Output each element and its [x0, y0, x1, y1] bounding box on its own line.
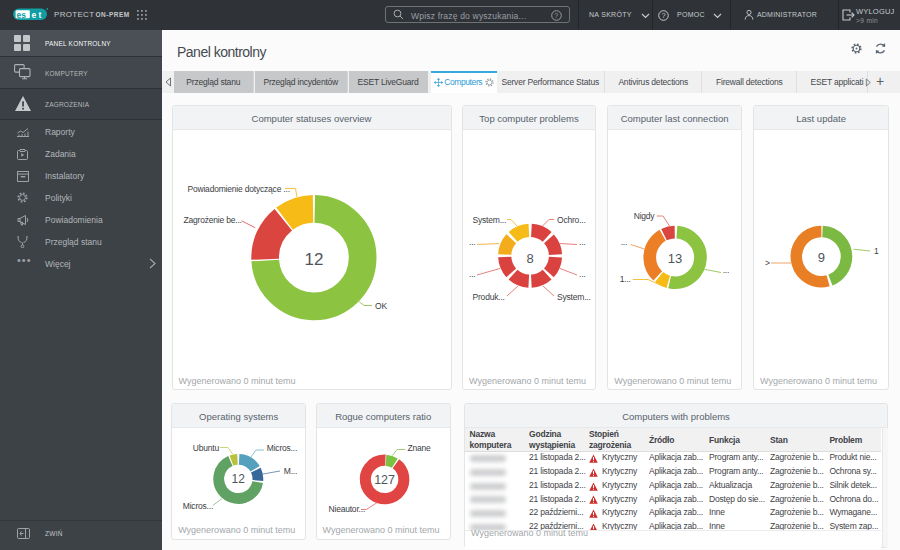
svg-text:...: ...: [723, 265, 730, 275]
svg-text:1: 1: [874, 246, 879, 256]
svg-text:Micros...: Micros...: [267, 443, 297, 453]
svg-text:?: ?: [554, 12, 558, 19]
svg-text:M...: M...: [284, 466, 297, 476]
svg-text:Powiadomienie dotyczące ...: Powiadomienie dotyczące ...: [187, 184, 289, 194]
svg-text:127: 127: [374, 473, 395, 487]
svg-text:...: ...: [579, 237, 586, 247]
svg-text:?: ?: [661, 11, 665, 20]
svg-text:12: 12: [304, 250, 323, 269]
svg-text:>: >: [765, 258, 770, 268]
svg-text:es: es: [16, 10, 26, 20]
svg-text:Znane: Znane: [407, 443, 431, 453]
svg-text:...: ...: [621, 237, 628, 247]
svg-text:Ochro...: Ochro...: [557, 215, 586, 225]
svg-text:...: ...: [469, 269, 476, 279]
svg-text:9: 9: [818, 250, 825, 265]
svg-text:OK: OK: [375, 301, 387, 311]
svg-text:13: 13: [668, 251, 682, 266]
svg-text:Ubuntu: Ubuntu: [193, 443, 220, 453]
svg-text:8: 8: [526, 251, 533, 266]
svg-text:Zagrożenie be...: Zagrożenie be...: [183, 215, 241, 225]
svg-text:Micros...: Micros...: [183, 501, 213, 511]
svg-text:1...: 1...: [620, 274, 631, 284]
svg-text:Produk...: Produk...: [473, 292, 505, 302]
svg-text:Nieautor...: Nieautor...: [328, 504, 365, 514]
svg-text:12: 12: [232, 472, 246, 486]
svg-text:...: ...: [469, 237, 476, 247]
svg-text:e: e: [31, 10, 36, 20]
svg-text:t: t: [39, 10, 42, 20]
svg-text:...: ...: [579, 269, 586, 279]
svg-text:Nigdy: Nigdy: [634, 211, 656, 221]
svg-text:System...: System...: [557, 292, 591, 302]
svg-text:System...: System...: [473, 215, 507, 225]
